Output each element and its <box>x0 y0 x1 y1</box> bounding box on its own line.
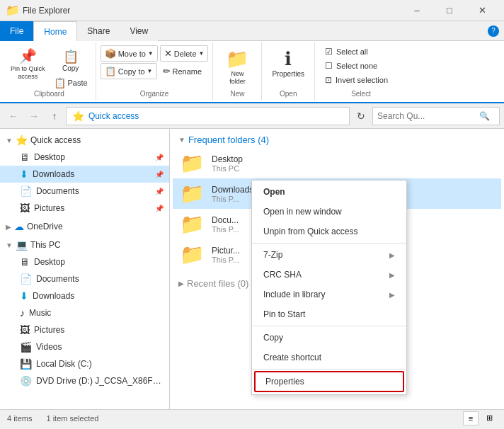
sidebar-item-local-disk[interactable]: 💾 Local Disk (C:) <box>0 355 169 372</box>
search-icon[interactable]: 🔍 <box>479 111 490 121</box>
sidebar-section-thispc[interactable]: ▼ 💻 This PC <box>0 236 169 253</box>
tab-share[interactable]: Share <box>77 21 120 41</box>
sidebar-item-documents[interactable]: 📄 Documents 📌 <box>0 183 169 200</box>
ctx-item-open-new-window[interactable]: Open in new window <box>252 202 406 222</box>
grid-view-button[interactable]: ⊞ <box>481 411 497 425</box>
folder-icon-pictures: 📁 <box>180 243 205 266</box>
onedrive-label: OneDrive <box>27 222 63 231</box>
pin-to-quick-button[interactable]: 📌 Pin to Quickaccess <box>7 45 49 83</box>
minimize-button[interactable]: – <box>401 0 433 21</box>
ctx-item-crcsha[interactable]: CRC SHA ▶ <box>252 265 406 285</box>
address-icon: ⭐ <box>72 110 84 122</box>
list-view-button[interactable]: ≡ <box>463 411 479 425</box>
sidebar-item-videos-pc[interactable]: 🎬 Videos <box>0 338 169 355</box>
select-none-button[interactable]: ☐ Select none <box>321 59 392 72</box>
quick-access-label: Quick access <box>30 135 81 145</box>
rename-icon: ✏ <box>163 66 171 76</box>
desktop-icon: 🖥 <box>20 151 30 163</box>
folder-sub-documents: This P... <box>212 225 239 234</box>
folder-item-desktop[interactable]: 📁 Desktop This PC <box>173 148 501 178</box>
downloads-icon: ⬇ <box>20 168 28 180</box>
select-none-icon: ☐ <box>325 61 333 71</box>
ctx-item-properties[interactable]: Properties <box>254 371 404 392</box>
maximize-button[interactable]: □ <box>433 0 466 21</box>
documents-icon: 📄 <box>20 185 32 197</box>
sidebar-item-desktop[interactable]: 🖥 Desktop 📌 <box>0 149 169 166</box>
invert-selection-button[interactable]: ⊡ Invert selection <box>321 74 392 86</box>
recent-collapse-arrow: ▶ <box>178 280 184 287</box>
sidebar-item-desktop-pc[interactable]: 🖥 Desktop <box>0 253 169 270</box>
move-to-button[interactable]: 📦 Move to ▼ <box>101 45 158 62</box>
ctx-item-unpin[interactable]: Unpin from Quick access <box>252 222 406 241</box>
folder-sub-downloads: This P... <box>212 195 253 203</box>
ctx-item-include-library[interactable]: Include in library ▶ <box>252 285 406 304</box>
context-menu: Open Open in new window Unpin from Quick… <box>251 180 407 395</box>
move-icon: 📦 <box>105 48 116 59</box>
organize-label: Organize <box>101 90 209 99</box>
folder-name-desktop: Desktop <box>212 154 243 164</box>
delete-button[interactable]: ✕ Delete ▼ <box>160 45 209 62</box>
copy-to-button[interactable]: 📋 Copy to ▼ <box>101 63 157 79</box>
status-right: ≡ ⊞ <box>463 411 497 425</box>
music-pc-icon: ♪ <box>20 307 25 319</box>
folder-icon-desktop: 📁 <box>180 151 205 175</box>
forward-button[interactable]: → <box>25 107 43 125</box>
tab-home[interactable]: Home <box>33 21 77 41</box>
copy-button[interactable]: 📋 Copy <box>50 47 91 74</box>
close-button[interactable]: ✕ <box>466 0 498 21</box>
thispc-label: This PC <box>30 240 61 250</box>
invert-icon: ⊡ <box>325 75 332 85</box>
tab-file[interactable]: File <box>0 21 33 41</box>
frequent-folders-header[interactable]: ▼ Frequent folders (4) <box>170 129 504 148</box>
ribbon-tabs: File Home Share View ? <box>0 21 504 41</box>
ctx-item-open[interactable]: Open <box>252 182 406 202</box>
refresh-button[interactable]: ↻ <box>352 107 370 125</box>
select-all-icon: ☑ <box>325 47 333 57</box>
sidebar-item-pictures[interactable]: 🖼 Pictures 📌 <box>0 200 169 217</box>
folder-sub-desktop: This PC <box>212 164 243 173</box>
tab-view[interactable]: View <box>120 21 158 41</box>
ribbon: 📌 Pin to Quickaccess 📋 Copy 📋 Paste Clip… <box>0 41 504 103</box>
quick-access-icon: ⭐ <box>16 135 28 146</box>
sidebar-item-downloads[interactable]: ⬇ Downloads 📌 <box>0 166 169 183</box>
select-label: Select <box>321 90 401 99</box>
select-all-button[interactable]: ☑ Select all <box>321 45 392 58</box>
sidebar-section-quick-access[interactable]: ▼ ⭐ Quick access <box>0 132 169 149</box>
new-folder-button[interactable]: 📁 Newfolder <box>220 45 254 88</box>
sidebar-item-downloads-pc[interactable]: ⬇ Downloads <box>0 287 169 304</box>
help-icon[interactable]: ? <box>488 25 499 37</box>
properties-icon: ℹ <box>285 48 292 70</box>
ctx-item-create-shortcut[interactable]: Create shortcut <box>252 348 406 367</box>
properties-button[interactable]: ℹ Properties <box>268 45 309 81</box>
rename-button[interactable]: ✏ Rename <box>159 64 206 79</box>
pin-icon-dl: 📌 <box>155 171 164 178</box>
downloads-pc-icon: ⬇ <box>20 290 28 302</box>
ctx-item-copy[interactable]: Copy <box>252 328 406 348</box>
delete-icon: ✕ <box>164 48 172 59</box>
sidebar-item-pictures-pc[interactable]: 🖼 Pictures <box>0 321 169 338</box>
pin-icon: 📌 <box>155 154 164 161</box>
ctx-item-pin-start[interactable]: Pin to Start <box>252 304 406 324</box>
onedrive-arrow: ▶ <box>6 223 11 231</box>
address-text: Quick access <box>88 111 139 121</box>
title-bar: 📁 File Explorer – □ ✕ <box>0 0 504 21</box>
up-button[interactable]: ↑ <box>45 107 64 125</box>
paste-button[interactable]: 📋 Paste <box>50 76 91 90</box>
clipboard-label: Clipboard <box>7 90 91 99</box>
sidebar-item-music-pc[interactable]: ♪ Music <box>0 304 169 321</box>
nav-bar: ← → ↑ ⭐ Quick access ↻ 🔍 <box>0 103 504 129</box>
back-button[interactable]: ← <box>4 107 23 125</box>
open-group: ℹ Properties Open <box>262 42 315 101</box>
folder-icon-downloads: 📁 <box>180 182 205 205</box>
address-bar[interactable]: ⭐ Quick access <box>66 107 350 125</box>
ctx-item-7zip[interactable]: 7-Zip ▶ <box>252 245 406 265</box>
sidebar-item-dvd[interactable]: 💿 DVD Drive (D:) J_CCSA_X86FRE_... <box>0 372 169 389</box>
copy-icon: 📋 <box>63 49 79 64</box>
search-input[interactable] <box>377 111 476 121</box>
folder-name-documents: Docu... <box>212 215 239 225</box>
sidebar-section-onedrive[interactable]: ▶ ☁ OneDrive <box>0 218 169 235</box>
sidebar-item-documents-pc[interactable]: 📄 Documents <box>0 270 169 287</box>
thispc-arrow: ▼ <box>6 241 13 249</box>
sidebar: ▼ ⭐ Quick access 🖥 Desktop 📌 ⬇ Downloads… <box>0 129 170 409</box>
pictures-icon: 🖼 <box>20 202 30 214</box>
